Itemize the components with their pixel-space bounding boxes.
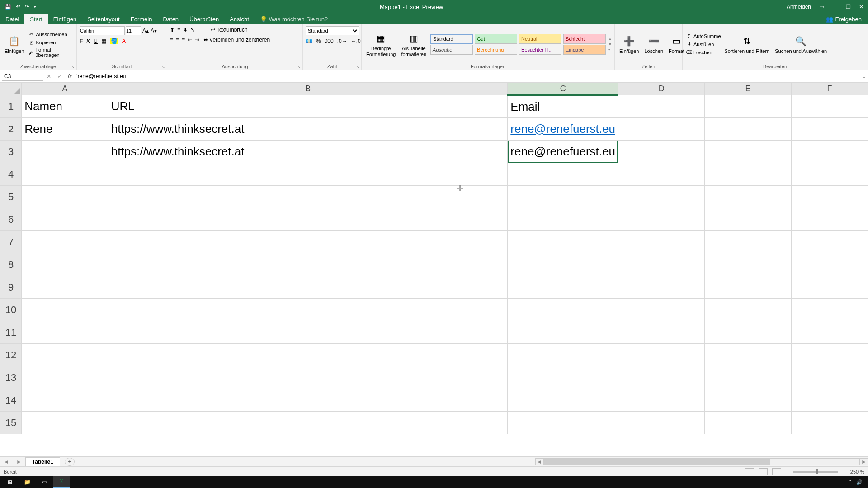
redo-icon[interactable]: ↷ [25,4,29,10]
cell[interactable] [618,253,704,276]
tell-me[interactable]: 💡 Was möchten Sie tun? [255,14,333,24]
cell[interactable] [108,299,508,321]
cell[interactable] [508,253,618,276]
cell[interactable] [791,253,868,276]
cell[interactable] [108,276,508,299]
cancel-formula-icon[interactable]: ✕ [43,73,54,80]
delete-cells-button[interactable]: ➖Löschen [642,33,665,55]
dialog-launcher-icon[interactable]: ↘ [297,65,301,69]
row-header[interactable]: 9 [0,276,22,299]
enter-formula-icon[interactable]: ✓ [54,73,65,80]
styles-scroll-up-icon[interactable]: ▲ [608,37,612,41]
fx-icon[interactable]: fx [65,73,75,80]
cell[interactable] [108,208,508,231]
style-gut[interactable]: Gut [475,34,517,44]
cell[interactable] [22,186,108,208]
cell[interactable] [108,163,508,186]
zoom-level[interactable]: 250 % [850,469,864,474]
cell[interactable] [22,344,108,366]
row-header[interactable]: 1 [0,95,22,118]
cell[interactable]: rene@renefuerst.eu [508,118,618,141]
orientation-icon[interactable]: ⤡ [190,27,195,33]
font-color-icon[interactable]: A [122,38,126,44]
tab-formeln[interactable]: Formeln [125,14,158,24]
dialog-launcher-icon[interactable]: ↘ [71,65,75,69]
find-select-button[interactable]: 🔍Suchen und Auswählen [773,33,829,55]
cell[interactable]: URL [108,95,508,118]
cell[interactable] [108,231,508,253]
cell[interactable] [108,186,508,208]
style-neutral[interactable]: Neutral [519,34,561,44]
tab-seitenlayout[interactable]: Seitenlayout [82,14,125,24]
tab-start[interactable]: Start [24,14,47,24]
paste-button[interactable]: 📋 Einfügen [3,33,26,55]
bold-button[interactable]: F [80,38,83,44]
cell[interactable] [791,321,868,344]
cell[interactable]: Namen [22,95,108,118]
cell[interactable] [705,95,791,118]
cell[interactable] [22,389,108,412]
row-header[interactable]: 7 [0,231,22,253]
cell[interactable] [791,141,868,163]
cell[interactable] [618,186,704,208]
cell[interactable] [705,276,791,299]
conditional-formatting-button[interactable]: ▦Bedingte Formatierung [364,30,397,57]
cell[interactable] [705,118,791,141]
scroll-thumb[interactable] [544,459,770,465]
sheet-nav-prev-icon[interactable]: ◄ [0,459,13,465]
decrease-font-icon[interactable]: A▾ [150,27,157,34]
cell[interactable] [791,366,868,389]
sheet-nav-next-icon[interactable]: ► [13,459,25,465]
cell[interactable] [508,321,618,344]
cell[interactable] [618,118,704,141]
increase-decimal-icon[interactable]: .0→ [337,38,347,44]
merge-center-button[interactable]: ⬌Verbinden und zentrieren [202,36,270,43]
row-header[interactable]: 4 [0,163,22,186]
align-bottom-icon[interactable]: ⬇ [183,27,188,33]
row-header[interactable]: 6 [0,208,22,231]
cell[interactable] [22,299,108,321]
cell[interactable] [508,231,618,253]
row-header[interactable]: 13 [0,366,22,389]
styles-more-icon[interactable]: ▾ [608,47,612,52]
cell[interactable] [618,344,704,366]
undo-icon[interactable]: ↶ [16,4,20,10]
cell[interactable] [108,412,508,434]
minimize-icon[interactable]: — [832,4,838,10]
autosum-button[interactable]: ΣAutoSumme [685,33,721,40]
cell[interactable] [108,389,508,412]
cell[interactable] [705,344,791,366]
cell[interactable] [705,389,791,412]
row-header[interactable]: 5 [0,186,22,208]
save-icon[interactable]: 💾 [5,4,11,10]
cell[interactable] [22,253,108,276]
new-sheet-button[interactable]: + [65,458,75,466]
fill-button[interactable]: ⬇Ausfüllen [685,41,721,48]
number-format-combo[interactable]: Standard [306,26,359,35]
style-ausgabe[interactable]: Ausgabe [430,45,473,55]
style-eingabe[interactable]: Eingabe [563,45,606,55]
percent-icon[interactable]: % [316,38,321,44]
indent-decrease-icon[interactable]: ⇤ [188,37,192,43]
increase-font-icon[interactable]: A▴ [142,27,149,34]
copy-button[interactable]: ⎘Kopieren [28,39,74,46]
cell[interactable] [705,208,791,231]
cell[interactable] [508,276,618,299]
cell[interactable] [22,163,108,186]
column-header[interactable]: E [705,83,791,95]
column-header[interactable]: A [22,83,108,95]
cell[interactable]: https://www.thinksecret.at [108,141,508,163]
cell[interactable] [508,366,618,389]
cell[interactable] [22,412,108,434]
select-all-corner[interactable] [0,83,22,95]
signin-link[interactable]: Anmelden [787,4,811,10]
column-header[interactable]: C [508,83,618,95]
clear-button[interactable]: ⌫Löschen [685,49,721,56]
maximize-icon[interactable]: ❐ [846,4,851,10]
ribbon-display-icon[interactable]: ▭ [819,4,824,10]
italic-button[interactable]: K [86,38,90,44]
cell[interactable] [618,231,704,253]
cell[interactable] [508,344,618,366]
cell[interactable] [705,141,791,163]
cell[interactable] [618,366,704,389]
